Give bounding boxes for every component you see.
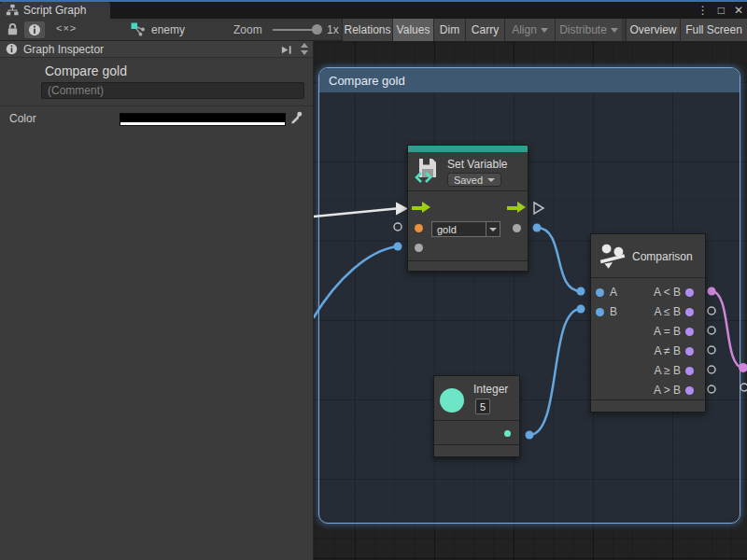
input-port-a[interactable]: [596, 288, 604, 297]
value-out-port[interactable]: [513, 224, 521, 232]
output-label: A > B: [654, 384, 681, 397]
graph-canvas[interactable]: Compare gold: [314, 41, 747, 560]
output-port-a-neq-b[interactable]: [685, 347, 694, 356]
flow-in-port[interactable]: [412, 202, 430, 214]
node-footer: [591, 399, 705, 412]
divider: [591, 277, 705, 278]
alpha-bar: [120, 122, 285, 125]
toolbar-buttons: Relations Values Dim Carry Align Distrib…: [342, 19, 747, 41]
output-port-a-lte-b[interactable]: [685, 308, 694, 316]
node-accent-strip: [408, 146, 528, 152]
variable-select-dropdown[interactable]: gold: [431, 221, 500, 237]
graph-inspector-header: Graph Inspector: [0, 41, 313, 58]
comparison-row: A ≥ B: [591, 361, 705, 381]
value-wire-in[interactable]: [314, 246, 398, 317]
graph-reference[interactable]: enemy: [131, 22, 185, 36]
wire-endpoint[interactable]: [577, 305, 585, 314]
wire-a-less-b-out[interactable]: [712, 291, 743, 368]
node-footer: [434, 444, 519, 456]
chevron-down-icon: [489, 228, 497, 231]
output-port-a-gt-b[interactable]: [685, 386, 694, 395]
info-icon: [6, 43, 18, 55]
output-label: A ≠ B: [654, 344, 681, 357]
wire-endpoint[interactable]: [577, 287, 585, 296]
output-label: A < B: [654, 286, 681, 299]
input-label: A: [610, 286, 617, 299]
graph-hierarchy-icon: [6, 4, 19, 17]
eyedropper-icon[interactable]: [289, 110, 303, 124]
output-label: A ≤ B: [654, 305, 681, 318]
color-swatch[interactable]: [120, 113, 286, 126]
values-button[interactable]: Values: [392, 19, 433, 41]
dock-panel-icon[interactable]: [280, 44, 292, 56]
dropdown-button[interactable]: [486, 222, 500, 236]
unconnected-port-marker[interactable]: [708, 307, 715, 315]
output-label: A = B: [654, 325, 681, 338]
wire-endpoint[interactable]: [533, 224, 542, 232]
unconnected-port-marker[interactable]: [708, 327, 715, 334]
window-menu-icon[interactable]: ⋮: [698, 4, 709, 17]
variable-name-port[interactable]: [415, 224, 423, 232]
integer-value-field[interactable]: 5: [475, 399, 490, 414]
wire-setvar-to-a[interactable]: [537, 228, 581, 291]
wire-integer-to-b[interactable]: [529, 309, 581, 435]
comparison-icon: [598, 241, 627, 271]
unconnected-port-marker[interactable]: [708, 385, 715, 393]
input-label: B: [610, 305, 617, 318]
graph-reference-label: enemy: [151, 23, 185, 36]
node-graph-icon: [131, 22, 146, 36]
lock-icon[interactable]: [6, 22, 20, 36]
flow-wire-in[interactable]: [314, 209, 396, 217]
info-icon: [28, 23, 41, 36]
unconnected-port-marker[interactable]: [740, 384, 747, 391]
node-integer[interactable]: Integer 5: [433, 375, 520, 457]
integer-out-port[interactable]: [504, 430, 511, 437]
node-title: Set Variable: [447, 158, 507, 171]
divider: [0, 105, 313, 106]
variable-kind-dropdown[interactable]: Saved: [447, 173, 501, 187]
comparison-row: A > B: [591, 381, 705, 400]
output-port-a-gte-b[interactable]: [685, 367, 694, 375]
input-port-b[interactable]: [596, 308, 604, 316]
window-close-icon[interactable]: ✕: [734, 4, 743, 17]
window-maximize-icon[interactable]: □: [718, 4, 725, 17]
value-in-port[interactable]: [415, 244, 423, 252]
node-comparison[interactable]: Comparison A A < B B A ≤ B A = B A ≠ B: [590, 233, 706, 413]
fullscreen-button[interactable]: Full Screen: [680, 19, 747, 41]
align-dropdown[interactable]: Align: [504, 19, 555, 41]
output-port-a-less-b[interactable]: [685, 288, 694, 297]
comment-input[interactable]: [41, 82, 304, 99]
comparison-row: A = B: [591, 322, 705, 342]
tab-script-graph[interactable]: Script Graph: [0, 2, 110, 19]
flow-out-port[interactable]: [507, 202, 526, 214]
node-title: Comparison: [632, 250, 693, 263]
relations-button[interactable]: Relations: [342, 19, 392, 41]
dim-button[interactable]: Dim: [433, 19, 465, 41]
unconnected-port-marker[interactable]: [708, 346, 715, 354]
chevron-down-icon: [611, 28, 618, 33]
wire-endpoint[interactable]: [394, 243, 402, 251]
output-label: A ≥ B: [654, 364, 681, 377]
carry-button[interactable]: Carry: [465, 19, 504, 41]
output-port-a-eq-b[interactable]: [685, 328, 694, 336]
code-preview-icon[interactable]: <×>: [56, 22, 77, 34]
unconnected-flow-marker[interactable]: [534, 203, 543, 214]
wire-endpoint[interactable]: [739, 363, 747, 372]
wire-endpoint[interactable]: [708, 287, 716, 296]
inspector-toggle-button[interactable]: [24, 21, 45, 38]
panel-scroll-arrows[interactable]: [301, 43, 308, 55]
zoom-value: 1x: [327, 23, 339, 36]
overview-button[interactable]: Overview: [626, 19, 680, 41]
graph-inspector-panel: Graph Inspector Compare gold Color: [0, 41, 314, 560]
node-set-variable[interactable]: Set Variable Saved gold: [407, 145, 529, 272]
unconnected-port-marker[interactable]: [708, 366, 715, 373]
distribute-dropdown[interactable]: Distribute: [555, 19, 622, 41]
comparison-row: A A < B: [591, 283, 705, 302]
zoom-slider-knob[interactable]: [312, 24, 322, 35]
wire-endpoint[interactable]: [526, 431, 534, 440]
unconnected-port-marker[interactable]: [394, 223, 402, 231]
graph-toolbar: <×> enemy Zoom 1x Relations Values Dim C…: [0, 19, 747, 41]
script-graph-window: Script Graph ⋮ □ ✕ <×>: [0, 0, 747, 560]
zoom-slider-track[interactable]: [273, 29, 317, 31]
arrow-down-icon: [301, 50, 308, 55]
